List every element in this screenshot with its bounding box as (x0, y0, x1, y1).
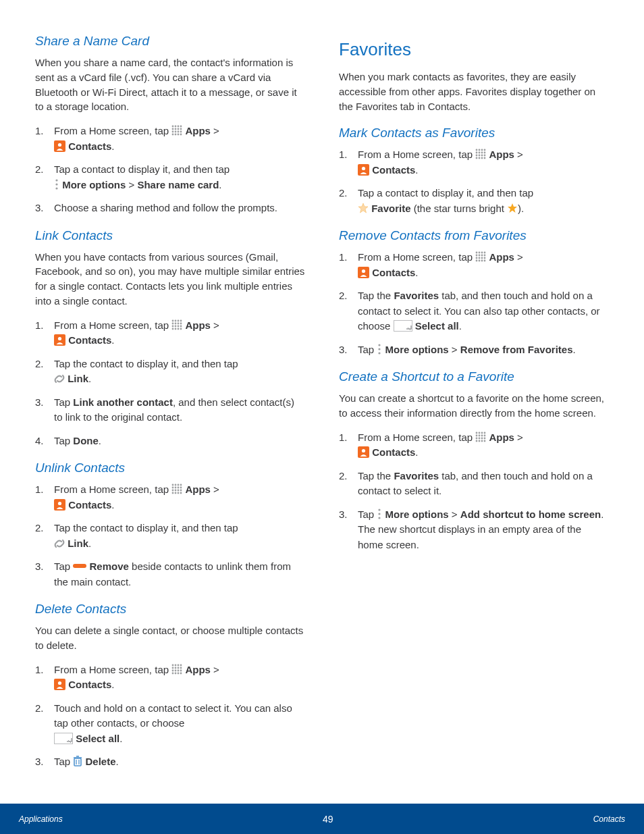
contacts-icon (54, 334, 65, 346)
text: Tap a contact to display it, and then ta… (54, 163, 230, 175)
select-all-label: Select all (76, 733, 119, 744)
sep: > (211, 664, 219, 675)
sep: > (514, 251, 523, 263)
contacts-label: Contacts (68, 334, 111, 346)
contacts-icon (358, 267, 369, 278)
shortcut-step-3: Tap More options > Add shortcut to home … (339, 507, 609, 553)
remove-icon (73, 564, 86, 568)
sep: > (211, 125, 219, 136)
remove-step-1: From a Home screen, tap Apps > Contacts. (339, 250, 609, 280)
mark-step-1: From a Home screen, tap Apps > Contacts. (339, 147, 609, 178)
apps-icon (171, 484, 182, 494)
shortcut-steps: From a Home screen, tap Apps > Contacts.… (339, 430, 609, 553)
dot: . (459, 320, 462, 332)
share-step-1: From a Home screen, tap Apps > Contacts. (35, 124, 305, 154)
unlink-step-3: Tap Remove beside contacts to unlink the… (35, 559, 305, 590)
heading-unlink-contacts: Unlink Contacts (35, 461, 305, 475)
more-options-icon (377, 509, 382, 519)
dot: . (111, 499, 114, 511)
link-intro: When you have contacts from various sour… (35, 250, 305, 309)
favorites-intro: When you mark contacts as favorites, the… (339, 70, 609, 113)
shortcut-step-1: From a Home screen, tap Apps > Contacts. (339, 430, 609, 461)
text: Tap (358, 509, 377, 520)
text: (the star turns bright (411, 203, 508, 214)
heading-remove-favorites: Remove Contacts from Favorites (339, 228, 609, 243)
dot: . (415, 446, 418, 458)
text: Tap the (358, 470, 394, 481)
contacts-label: Contacts (68, 679, 111, 690)
apps-icon (171, 319, 182, 330)
sep: > (211, 484, 219, 495)
delete-step-2: Touch and hold on a contact to select it… (35, 701, 305, 747)
select-all-checkbox-icon (394, 320, 412, 332)
more-options-label: More options (385, 344, 449, 355)
shortcut-step-2: Tap the Favorites tab, and then touch an… (339, 469, 609, 499)
delete-step-3: Tap Delete. (35, 754, 305, 770)
link-steps: From a Home screen, tap Apps > Contacts.… (35, 318, 305, 449)
right-column: Favorites When you mark contacts as favo… (339, 34, 609, 804)
share-steps: From a Home screen, tap Apps > Contacts.… (35, 124, 305, 216)
link-step-1: From a Home screen, tap Apps > Contacts. (35, 318, 305, 348)
dot: . (111, 140, 114, 152)
link-step-3: Tap Link another contact, and then selec… (35, 395, 305, 425)
apps-icon (475, 251, 486, 262)
text: Tap the (358, 290, 394, 301)
text: Tap (54, 561, 73, 572)
page-content: Share a Name Card When you share a name … (0, 0, 644, 804)
add-shortcut-label: Add shortcut to home screen (460, 509, 601, 520)
text: Tap (54, 396, 73, 408)
heading-favorites: Favorites (339, 39, 609, 60)
contacts-icon (54, 679, 65, 690)
remove-steps: From a Home screen, tap Apps > Contacts.… (339, 250, 609, 357)
text: From a Home screen, tap (54, 319, 171, 331)
contacts-icon (358, 446, 369, 458)
share-step-3: Choose a sharing method and follow the p… (35, 201, 305, 216)
dot: . (119, 733, 122, 744)
contacts-icon (54, 140, 65, 152)
dot: . (415, 164, 418, 176)
text: From a Home screen, tap (54, 125, 171, 136)
text: Tap (54, 435, 73, 446)
delete-intro: You can delete a single contact, or choo… (35, 623, 305, 653)
apps-icon (171, 125, 182, 136)
unlink-step-2: Tap the contact to display it, and then … (35, 521, 305, 551)
dot: . (219, 179, 221, 190)
link-step-4: Tap Done. (35, 434, 305, 449)
dot: . (573, 344, 576, 355)
share-step-2: Tap a contact to display it, and then ta… (35, 162, 305, 192)
page-footer: Applications 49 Contacts (0, 804, 644, 834)
footer-page-number: 49 (323, 814, 333, 825)
select-all-label: Select all (415, 320, 459, 332)
text: Tap the contact to display it, and then … (54, 358, 238, 369)
apps-label: Apps (489, 432, 514, 443)
sep: > (126, 179, 137, 190)
delete-steps: From a Home screen, tap Apps > Contacts.… (35, 662, 305, 770)
link-icon (54, 373, 65, 384)
select-all-checkbox-icon (54, 733, 73, 744)
mark-step-2: Tap a contact to display it, and then ta… (339, 186, 609, 216)
text: Tap a contact to display it, and then ta… (358, 187, 533, 199)
favorite-label: Favorite (371, 203, 410, 214)
mark-steps: From a Home screen, tap Apps > Contacts.… (339, 147, 609, 216)
link-label: Link (68, 538, 88, 549)
delete-icon (73, 756, 82, 766)
text: ). (518, 203, 524, 214)
sep: > (514, 432, 523, 443)
contacts-icon (358, 164, 369, 176)
done-label: Done (73, 435, 99, 446)
contacts-label: Contacts (68, 140, 111, 152)
apps-label: Apps (185, 125, 211, 136)
sep: > (514, 149, 523, 160)
dot: . (88, 538, 91, 549)
apps-label: Apps (185, 484, 211, 495)
text: From a Home screen, tap (358, 432, 475, 443)
dot: . (88, 373, 91, 384)
dot: . (99, 435, 101, 446)
sep: > (449, 509, 460, 520)
text: From a Home screen, tap (54, 664, 171, 675)
favorites-tab-label: Favorites (394, 290, 439, 301)
heading-mark-favorites: Mark Contacts as Favorites (339, 126, 609, 140)
contacts-label: Contacts (372, 164, 415, 176)
dot: . (116, 756, 119, 767)
text: From a Home screen, tap (358, 149, 475, 160)
